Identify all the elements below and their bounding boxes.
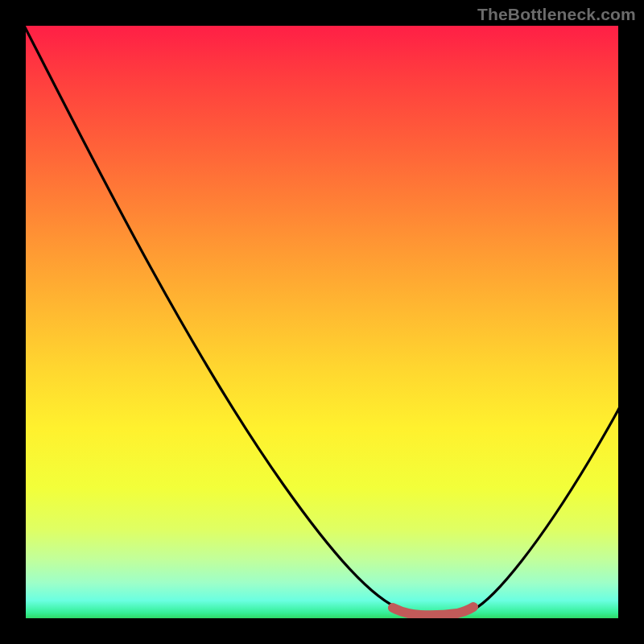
optimal-zone-marker-path [393,607,473,615]
bottleneck-curve-path [26,26,618,615]
gradient-plot-area [26,26,618,618]
watermark-text: TheBottleneck.com [477,5,636,24]
chart-frame: TheBottleneck.com [0,0,644,644]
curve-svg [26,26,618,618]
